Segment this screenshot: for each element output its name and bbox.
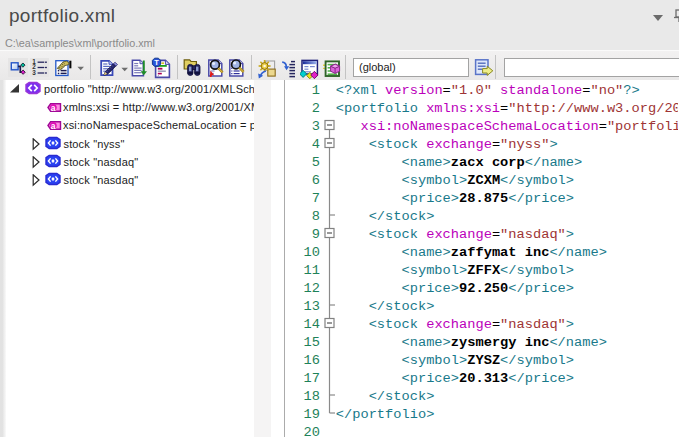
svg-text:T: T <box>154 58 159 67</box>
svg-text:a: a <box>51 103 56 113</box>
svg-text:3: 3 <box>32 69 36 76</box>
svg-text:a: a <box>51 121 56 131</box>
